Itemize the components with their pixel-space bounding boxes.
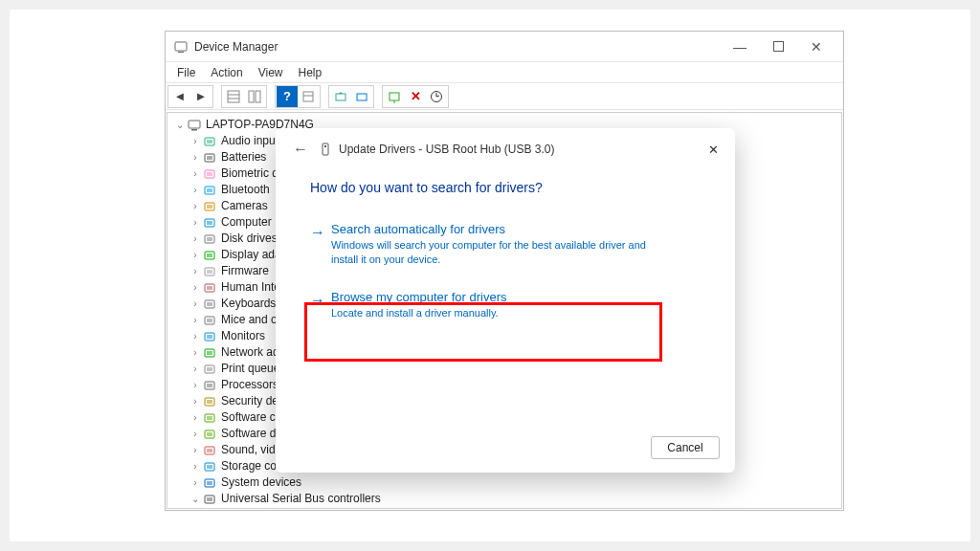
device-label: Intel(R) USB 3.0 eXtensible Host Control… (236, 507, 457, 509)
svg-rect-27 (207, 221, 212, 225)
uninstall-icon[interactable]: ✕ (405, 86, 426, 107)
svg-rect-6 (249, 91, 254, 102)
view-mode-icon[interactable] (223, 86, 244, 107)
chevron-right-icon[interactable]: › (189, 393, 202, 409)
category-icon (202, 345, 217, 361)
chevron-right-icon[interactable]: › (189, 133, 202, 149)
chevron-right-icon[interactable]: › (189, 231, 202, 247)
close-icon[interactable]: ✕ (699, 136, 727, 163)
maximize-button[interactable] (759, 34, 797, 59)
category-icon (202, 280, 217, 296)
chevron-right-icon[interactable]: › (189, 279, 202, 296)
svg-rect-57 (207, 465, 212, 469)
svg-rect-39 (207, 319, 212, 322)
category-icon (202, 329, 217, 344)
add-legacy-icon[interactable] (426, 86, 447, 107)
chevron-right-icon[interactable]: › (189, 377, 202, 393)
menu-action[interactable]: Action (203, 64, 250, 81)
svg-rect-3 (228, 91, 239, 102)
forward-icon[interactable]: ► (190, 86, 212, 107)
chevron-right-icon[interactable]: › (189, 312, 202, 328)
category-icon (202, 297, 217, 312)
arrow-right-icon: → (310, 224, 325, 241)
option-browse-computer[interactable]: → Browse my computer for drivers Locate … (310, 284, 708, 334)
app-icon (173, 39, 189, 55)
svg-rect-11 (357, 94, 367, 100)
menu-view[interactable]: View (251, 64, 291, 81)
back-icon[interactable]: ◄ (169, 86, 190, 107)
svg-rect-31 (207, 253, 212, 257)
chevron-down-icon[interactable]: ⌄ (173, 117, 187, 133)
svg-rect-37 (207, 302, 212, 306)
svg-rect-59 (207, 481, 212, 485)
category-icon (202, 427, 217, 442)
svg-rect-14 (189, 121, 200, 128)
titlebar: Device Manager — ✕ (166, 32, 843, 62)
chevron-right-icon[interactable]: › (189, 426, 202, 442)
svg-rect-47 (207, 384, 212, 387)
chevron-right-icon[interactable]: › (189, 182, 202, 198)
dialog-heading: How do you want to search for drivers? (310, 180, 708, 195)
minimize-button[interactable]: — (721, 34, 759, 59)
update-drivers-dialog: ← Update Drivers - USB Root Hub (USB 3.0… (276, 128, 735, 473)
chevron-right-icon[interactable]: › (189, 165, 202, 182)
update-driver-icon[interactable] (330, 86, 351, 107)
category-label: Firmware (221, 263, 269, 279)
chevron-right-icon[interactable]: › (189, 296, 202, 312)
help-icon[interactable]: ? (277, 86, 298, 107)
svg-rect-15 (191, 129, 197, 131)
svg-rect-1 (178, 52, 184, 53)
svg-rect-45 (207, 367, 212, 371)
category-icon (202, 313, 217, 328)
chevron-right-icon[interactable]: › (189, 214, 202, 231)
svg-rect-49 (207, 400, 212, 404)
category-icon (202, 183, 217, 198)
enable-icon[interactable] (384, 86, 405, 107)
cancel-button[interactable]: Cancel (651, 436, 720, 459)
close-button[interactable]: ✕ (797, 34, 835, 59)
chevron-right-icon[interactable]: › (189, 361, 202, 377)
properties-icon[interactable] (298, 86, 319, 107)
chevron-right-icon[interactable]: › (189, 328, 202, 344)
chevron-down-icon[interactable]: ⌄ (189, 491, 202, 507)
svg-rect-8 (303, 92, 313, 101)
scan-icon[interactable] (351, 86, 372, 107)
usb-icon (318, 142, 333, 157)
option-desc: Windows will search your computer for th… (331, 238, 657, 267)
category-icon (202, 475, 217, 491)
chevron-right-icon[interactable]: › (189, 198, 202, 214)
chevron-right-icon[interactable]: › (189, 149, 202, 165)
category-icon (202, 459, 217, 474)
chevron-right-icon[interactable]: › (189, 344, 202, 361)
chevron-right-icon[interactable]: › (189, 474, 202, 491)
option-desc: Locate and install a driver manually. (331, 306, 657, 320)
category-icon (202, 199, 217, 214)
svg-rect-33 (207, 270, 212, 274)
tree-device[interactable]: Intel(R) USB 3.0 eXtensible Host Control… (173, 507, 841, 509)
chevron-right-icon[interactable]: › (189, 458, 202, 474)
svg-rect-10 (336, 94, 345, 100)
svg-rect-25 (207, 205, 212, 209)
svg-rect-23 (207, 188, 212, 192)
dialog-title: Update Drivers - USB Root Hub (USB 3.0) (339, 143, 699, 156)
svg-rect-29 (207, 237, 212, 241)
svg-rect-35 (207, 286, 212, 290)
chevron-right-icon[interactable]: › (189, 247, 202, 263)
category-label: Computer (221, 214, 272, 231)
show-hidden-icon[interactable] (244, 86, 265, 107)
menu-help[interactable]: Help (291, 64, 330, 81)
category-label: Keyboards (221, 296, 276, 312)
svg-rect-7 (256, 91, 260, 102)
chevron-right-icon[interactable]: › (189, 409, 202, 426)
category-label: System devices (221, 474, 301, 491)
chevron-right-icon[interactable]: › (189, 442, 202, 458)
category-icon (202, 248, 217, 263)
tree-category[interactable]: ⌄Universal Serial Bus controllers (173, 491, 841, 507)
chevron-right-icon[interactable]: › (189, 263, 202, 279)
tree-category[interactable]: ›System devices (173, 474, 841, 491)
category-icon (202, 362, 217, 377)
menu-file[interactable]: File (169, 64, 203, 81)
back-button[interactable]: ← (287, 136, 314, 163)
category-label: Batteries (221, 149, 266, 165)
option-search-automatically[interactable]: → Search automatically for drivers Windo… (310, 216, 708, 284)
